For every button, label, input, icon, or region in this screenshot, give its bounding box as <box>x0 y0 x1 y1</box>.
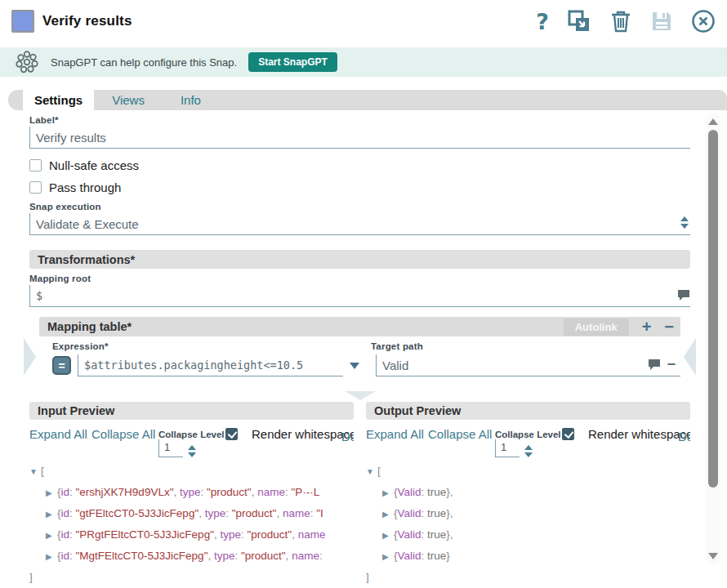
collapse-level-input[interactable] <box>159 441 182 453</box>
close-bracket: ] <box>366 571 369 583</box>
tree-row: ▶{Valid: true} <box>366 546 690 567</box>
preview-collapse-handle-icon[interactable] <box>345 391 376 400</box>
preview-panes: Input Preview Expand All Collapse All Co… <box>29 402 690 587</box>
scroll-up-icon[interactable] <box>708 118 718 125</box>
select-spinner[interactable] <box>680 216 689 229</box>
collapse-level-control: Collapse Level <box>495 426 547 457</box>
download-link[interactable]: Down <box>341 426 354 443</box>
tab-info[interactable]: Info <box>163 90 219 110</box>
expand-all-link[interactable]: Expand All <box>366 426 413 442</box>
spinner-up-icon[interactable] <box>524 445 533 450</box>
snap-execution-select[interactable] <box>29 213 690 235</box>
expression-toggle-button[interactable]: = <box>52 356 71 375</box>
snapgpt-message: SnapGPT can help configure this Snap. <box>51 56 237 69</box>
expand-node-icon[interactable]: ▶ <box>46 504 57 524</box>
help-icon[interactable]: ? <box>536 11 549 33</box>
save-icon[interactable] <box>650 9 673 33</box>
close-icon[interactable] <box>691 9 716 33</box>
render-whitespace-control: Render whitespace <box>225 426 327 442</box>
expand-all-link[interactable]: Expand All <box>29 426 77 442</box>
mapping-root-input[interactable] <box>30 289 690 302</box>
spinner-up-icon[interactable] <box>188 445 196 450</box>
snap-icon <box>11 10 34 33</box>
mapping-table-section: Mapping table* Autolink + − Expression* … <box>39 317 680 376</box>
collapse-level-spinner[interactable] <box>188 445 196 457</box>
render-whitespace-checkbox[interactable] <box>225 428 238 440</box>
tab-settings[interactable]: Settings <box>23 90 94 110</box>
start-snapgpt-button[interactable]: Start SnapGPT <box>248 52 337 72</box>
collapse-all-link[interactable]: Collapse All <box>91 426 144 442</box>
expand-node-icon[interactable]: ▶ <box>46 525 57 546</box>
label-field-label: Label* <box>29 115 690 125</box>
autolink-button[interactable]: Autolink <box>564 318 629 336</box>
delete-row-button[interactable]: − <box>667 356 676 373</box>
collapse-node-icon[interactable]: ▼ <box>29 461 41 482</box>
expand-node-icon[interactable]: ▶ <box>46 483 57 503</box>
snapgpt-banner: SnapGPT can help configure this Snap. St… <box>0 47 727 77</box>
null-safe-checkbox[interactable] <box>29 159 42 172</box>
collapse-all-link[interactable]: Collapse All <box>428 426 480 442</box>
tree-root-line: ▼[ <box>366 461 690 482</box>
header-actions: ? <box>536 9 716 33</box>
collapse-level-spinner[interactable] <box>524 445 533 457</box>
snapgpt-logo-icon <box>15 50 39 74</box>
collapse-level-control: Collapse Level <box>158 426 211 457</box>
expand-node-icon[interactable]: ▶ <box>46 546 57 567</box>
input-preview-tree: ▼[▶{id: "ershjXK7H9d9VLx", type: "produc… <box>29 461 354 587</box>
input-preview-toolbar: Expand All Collapse All Collapse Level <box>29 420 354 457</box>
collapse-level-input[interactable] <box>496 441 519 453</box>
close-bracket: ] <box>29 571 33 583</box>
expression-column-header: Expression* <box>52 341 371 351</box>
mapping-root-block: Mapping root <box>29 274 690 307</box>
target-path-input[interactable] <box>377 359 680 372</box>
tab-bar: Settings Views Info <box>8 90 727 110</box>
tree-row: ▶{Valid: true}, <box>366 524 690 546</box>
scrollbar-thumb[interactable] <box>708 130 718 488</box>
remove-row-button[interactable]: − <box>664 318 674 335</box>
pass-through-checkbox[interactable] <box>29 181 42 194</box>
expression-dropdown-icon[interactable] <box>350 363 359 369</box>
spinner-down-icon[interactable] <box>188 452 196 457</box>
pass-through-row: Pass through <box>29 180 690 194</box>
snap-execution-value[interactable] <box>30 217 690 231</box>
scroll-down-icon[interactable] <box>708 553 718 559</box>
settings-content: Label* Null-safe access Pass through Sna… <box>0 110 727 572</box>
collapse-handle-left-icon[interactable] <box>24 338 36 376</box>
expand-node-icon[interactable]: ▶ <box>382 483 394 503</box>
tab-views[interactable]: Views <box>94 90 163 110</box>
spinner-down-icon[interactable] <box>680 224 689 229</box>
collapse-level-label: Collapse Level <box>158 430 225 439</box>
mapping-table-row: = − <box>52 354 680 376</box>
download-link[interactable]: Dow <box>678 426 690 443</box>
mapping-table-columns: Expression* Target path <box>52 341 680 351</box>
delete-icon[interactable] <box>609 9 632 33</box>
open-bracket: [ <box>377 465 381 477</box>
comment-bubble-icon[interactable] <box>677 289 690 305</box>
open-editor-icon[interactable] <box>567 9 591 33</box>
expand-node-icon[interactable]: ▶ <box>382 525 394 546</box>
mapping-table-header: Mapping table* Autolink + − <box>39 317 680 336</box>
row-comment-bubble-icon[interactable] <box>648 359 661 374</box>
tree-row: ▶{id: "gtFEltcCT0-5J3JicFepg", type: "pr… <box>29 503 354 524</box>
spinner-up-icon[interactable] <box>680 216 689 221</box>
output-preview-pane: Output Preview Expand All Collapse All C… <box>366 402 690 587</box>
vertical-scrollbar[interactable] <box>706 114 720 564</box>
input-preview-title: Input Preview <box>29 402 354 420</box>
spinner-down-icon[interactable] <box>524 452 533 457</box>
render-whitespace-control: Render whitespace <box>562 426 663 442</box>
add-row-button[interactable]: + <box>642 318 652 335</box>
dialog-header: Verify results ? <box>0 0 727 42</box>
tree-close-line: ] <box>366 567 690 587</box>
page-title: Verify results <box>42 13 132 29</box>
render-whitespace-checkbox[interactable] <box>562 428 574 440</box>
expand-node-icon[interactable]: ▶ <box>382 504 394 524</box>
expand-node-icon[interactable]: ▶ <box>382 546 394 567</box>
label-input[interactable] <box>30 131 690 145</box>
tree-row: ▶{Valid: true}, <box>366 482 690 503</box>
pass-through-label: Pass through <box>49 180 121 194</box>
label-field-block: Label* <box>29 115 690 149</box>
collapse-handle-right-icon[interactable] <box>684 338 696 376</box>
expression-input[interactable] <box>78 359 343 372</box>
collapse-node-icon[interactable]: ▼ <box>366 461 377 482</box>
render-whitespace-label: Render whitespace <box>588 426 663 442</box>
